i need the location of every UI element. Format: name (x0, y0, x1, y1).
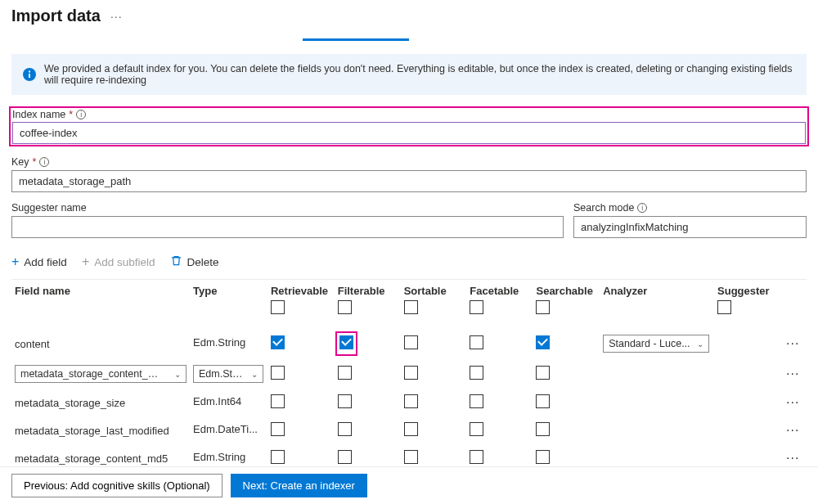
tab-indicator (303, 38, 409, 41)
search-mode-input[interactable] (573, 216, 807, 238)
search-checkbox[interactable] (536, 335, 550, 349)
th-type: Type (190, 280, 267, 329)
plus-icon: + (82, 255, 89, 268)
suggester-name-label: Suggester name (11, 202, 87, 214)
filt-checkbox[interactable] (338, 450, 352, 464)
field-type-text: Edm.DateTi... (193, 423, 258, 435)
info-icon (23, 68, 36, 81)
row-more-icon[interactable]: ··· (786, 395, 799, 409)
filterable-all-checkbox[interactable] (338, 300, 352, 314)
th-suggester: Suggester (714, 280, 779, 329)
search-checkbox[interactable] (536, 422, 550, 436)
th-sortable: Sortable (401, 280, 467, 329)
search-mode-label: Search mode (573, 202, 634, 214)
facet-checkbox[interactable] (470, 422, 483, 436)
facet-checkbox[interactable] (470, 394, 483, 408)
field-name-text: metadata_storage_last_modified (15, 425, 169, 437)
searchable-all-checkbox[interactable] (536, 300, 550, 314)
filt-checkbox[interactable] (338, 394, 352, 408)
sort-checkbox[interactable] (404, 450, 418, 464)
delete-button[interactable]: Delete (170, 254, 219, 269)
add-field-button[interactable]: + Add field (11, 255, 67, 268)
sort-checkbox[interactable] (404, 394, 418, 408)
field-type-dropdown[interactable]: Edm.Stri...⌄ (193, 365, 263, 383)
chevron-down-icon: ⌄ (697, 340, 703, 349)
th-facetable: Facetable (466, 280, 533, 329)
info-banner: We provided a default index for you. You… (11, 54, 807, 95)
field-name-text: content (15, 338, 50, 350)
svg-rect-1 (29, 74, 30, 78)
index-name-label: Index name (12, 109, 65, 120)
row-more-icon[interactable]: ··· (786, 336, 799, 350)
field-name-dropdown[interactable]: metadata_storage_content_ty...⌄ (15, 365, 187, 383)
field-type-text: Edm.String (193, 451, 245, 463)
field-type-text: Edm.String (193, 336, 245, 349)
retr-checkbox[interactable] (271, 450, 285, 464)
facetable-all-checkbox[interactable] (470, 300, 483, 314)
chevron-down-icon: ⌄ (251, 370, 258, 379)
row-more-icon[interactable]: ··· (786, 423, 799, 437)
filterable-highlight (335, 331, 357, 356)
required-asterisk: * (69, 109, 73, 120)
add-subfield-label: Add subfield (94, 256, 155, 268)
retr-checkbox[interactable] (271, 335, 285, 349)
header-more-icon[interactable]: ··· (110, 10, 123, 23)
facet-checkbox[interactable] (470, 335, 483, 349)
th-field-name: Field name (11, 280, 190, 329)
field-name-text: metadata_storage_size (15, 397, 125, 409)
table-row: contentEdm.StringStandard - Luce...⌄··· (11, 328, 807, 359)
info-text: We provided a default index for you. You… (44, 63, 795, 86)
facet-checkbox[interactable] (470, 450, 483, 464)
sort-checkbox[interactable] (404, 422, 418, 436)
th-filterable: Filterable (335, 280, 401, 329)
chevron-down-icon: ⌄ (174, 370, 181, 379)
retr-checkbox[interactable] (271, 394, 285, 408)
retr-checkbox[interactable] (271, 422, 285, 436)
page-title: Import data (11, 7, 101, 25)
retr-checkbox[interactable] (271, 366, 285, 380)
th-retrievable: Retrievable (267, 280, 335, 329)
key-input[interactable] (11, 170, 807, 192)
key-label: Key (11, 156, 29, 168)
suggester-all-checkbox[interactable] (717, 300, 731, 314)
row-more-icon[interactable]: ··· (786, 367, 799, 380)
help-icon[interactable]: i (637, 203, 647, 213)
row-more-icon[interactable]: ··· (786, 451, 799, 465)
facet-checkbox[interactable] (470, 366, 483, 380)
footer-bar: Previous: Add cognitive skills (Optional… (0, 466, 818, 504)
suggester-name-input[interactable] (11, 216, 564, 238)
th-analyzer: Analyzer (600, 280, 714, 329)
next-button[interactable]: Next: Create an indexer (231, 474, 367, 497)
index-name-highlight: Index name * i (9, 106, 809, 146)
search-checkbox[interactable] (536, 394, 550, 408)
field-name-text: metadata_storage_content_md5 (15, 452, 168, 465)
filt-checkbox[interactable] (338, 366, 352, 380)
sort-checkbox[interactable] (404, 366, 418, 380)
filt-checkbox[interactable] (338, 422, 352, 436)
th-searchable: Searchable (533, 280, 600, 329)
table-row: metadata_storage_sizeEdm.Int64··· (11, 389, 807, 416)
help-icon[interactable]: i (39, 157, 49, 167)
retrievable-all-checkbox[interactable] (271, 300, 285, 314)
svg-rect-2 (29, 71, 30, 73)
search-checkbox[interactable] (536, 450, 550, 464)
add-subfield-button: + Add subfield (82, 255, 155, 268)
prev-button[interactable]: Previous: Add cognitive skills (Optional… (11, 474, 222, 497)
add-field-label: Add field (24, 256, 67, 268)
filt-checkbox[interactable] (339, 335, 353, 349)
plus-icon: + (11, 255, 19, 268)
sort-checkbox[interactable] (404, 335, 418, 349)
table-row: metadata_storage_last_modifiedEdm.DateTi… (11, 416, 807, 444)
index-name-input[interactable] (12, 122, 806, 144)
sortable-all-checkbox[interactable] (404, 300, 418, 314)
trash-icon (170, 254, 182, 269)
required-asterisk: * (33, 156, 37, 168)
analyzer-dropdown[interactable]: Standard - Luce...⌄ (603, 335, 709, 353)
delete-label: Delete (187, 256, 219, 268)
table-row: metadata_storage_content_ty...⌄Edm.Stri.… (11, 359, 807, 389)
help-icon[interactable]: i (76, 110, 86, 119)
search-checkbox[interactable] (536, 366, 550, 380)
field-type-text: Edm.Int64 (193, 395, 241, 407)
